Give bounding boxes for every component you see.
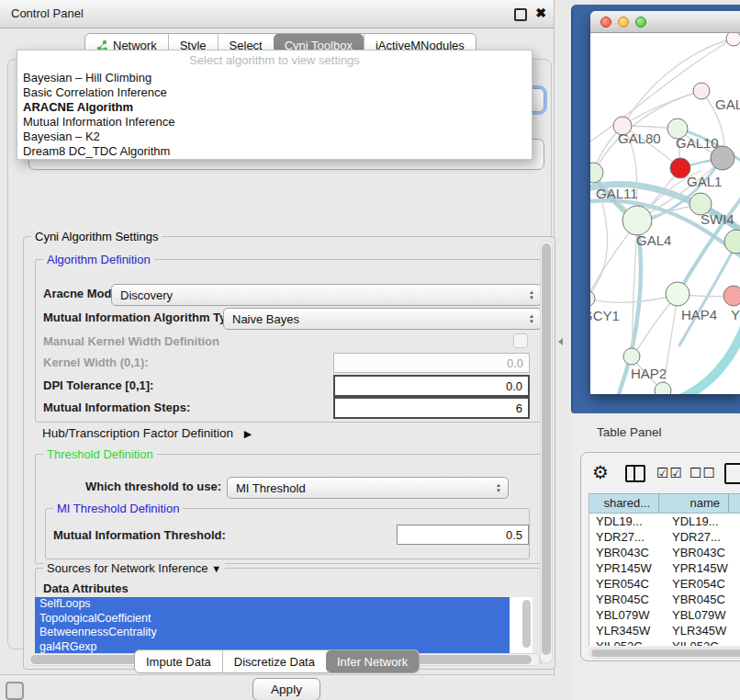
network-node-label: GCY1 [590,308,620,323]
algorithm-option-dream8-dc-tdc-algorithm[interactable]: Dream8 DC_TDC Algorithm [17,144,532,159]
table-cell[interactable]: YDL19... [666,514,740,529]
export-table-icon[interactable] [724,463,740,484]
attribute-item-topologicalcoefficient[interactable]: TopologicalCoefficient [35,612,510,627]
columns-icon[interactable] [625,465,645,482]
table-row[interactable]: YDR27...YDR27...12 [589,529,740,545]
unchecked-icon: ☐ [702,465,715,480]
table-row[interactable]: YIL052CYIL052C9. [589,638,740,646]
apply-button[interactable]: Apply [252,678,320,700]
gear-icon[interactable]: ⚙ [592,461,609,483]
column-header-partial[interactable]: A [729,494,740,513]
attribute-item-selfloops[interactable]: SelfLoops [35,597,510,612]
table-row[interactable]: YBR045CYBR045C9. [589,592,740,607]
network-node[interactable] [726,33,740,46]
aracne-mode-combo[interactable]: Discovery [111,284,542,306]
table-row[interactable]: YDL19...YDL19...13 [589,514,740,529]
network-node[interactable] [655,382,671,394]
network-node-label: Y [731,307,740,322]
table-cell[interactable]: YIL052C [666,638,740,646]
network-node[interactable] [723,286,740,306]
data-attributes-label: Data Attributes [43,581,129,595]
dpi-tolerance-field[interactable]: 0.0 [333,375,530,397]
algorithm-option-bayesian-k2[interactable]: Bayesian – K2 [17,130,532,144]
network-node[interactable] [622,206,652,235]
sources-legend-toggle[interactable]: Sources for Network Inference ▼ [43,561,225,575]
settings-vertical-scrollbar[interactable] [540,241,553,663]
table-cell[interactable]: YBR045C [589,592,666,607]
network-edge[interactable] [671,327,740,394]
mi-steps-label: Mutual Information Steps: [43,401,190,414]
column-header-shared-name[interactable]: shared... [589,494,659,513]
mi-steps-field[interactable]: 6 [333,397,530,419]
tab-discretize-data[interactable]: Discretize Data [222,650,326,672]
network-edge[interactable] [590,39,734,145]
table-row[interactable]: YPR145WYPR145W9. [589,560,740,576]
table-horizontal-scrollbar[interactable] [589,648,740,659]
table-row[interactable]: YER054CYER054C8. [589,576,740,592]
table-cell[interactable]: YBR043C [666,545,740,560]
table-cell[interactable]: YER054C [666,576,740,592]
network-node-label: GAL10 [676,135,719,151]
table-cell[interactable]: YDR27... [589,529,666,545]
network-node[interactable] [623,348,640,365]
network-node[interactable] [666,282,690,306]
close-icon[interactable]: ✖ [535,6,546,20]
table-cell[interactable]: YBL079W [666,607,740,623]
float-window-icon[interactable] [514,8,527,21]
network-canvas[interactable]: GALGAL80GAL10GAL1GAL11SWI4GAL4GCY1HAP4YH… [590,33,740,394]
column-header-name[interactable]: name [659,494,729,513]
minimize-traffic-light-icon[interactable] [618,17,629,28]
network-node[interactable] [724,230,740,254]
network-node[interactable] [590,290,595,307]
mi-algorithm-type-combo[interactable]: Naive Bayes [223,308,542,330]
algorithm-option-basic-correlation-inference[interactable]: Basic Correlation Inference [17,85,532,100]
network-view-frame: GALGAL80GAL10GAL1GAL11SWI4GAL4GCY1HAP4YH… [571,5,740,413]
attributes-list-scrollbar[interactable] [518,597,533,654]
network-node-label: GAL4 [636,232,671,248]
table-cell[interactable]: YBR043C [589,545,666,560]
algorithm-option-mutual-information-inference[interactable]: Mutual Information Inference [17,115,532,130]
combo-stepper-icon [496,482,501,493]
table-cell[interactable]: YLR345W [589,623,666,638]
table-cell[interactable]: YIL052C [589,638,666,646]
chevron-down-icon: ▼ [211,563,221,574]
algorithm-option-aracne-algorithm[interactable]: ARACNE Algorithm [17,100,532,115]
network-node[interactable] [590,163,603,183]
mi-threshold-label: Mutual Information Threshold: [53,528,226,542]
which-threshold-combo[interactable]: MI Threshold [227,477,509,499]
select-all-checkboxes-icon[interactable]: ☑☑ [656,465,683,481]
kernel-width-field[interactable]: 0.0 [333,353,530,373]
attributes-scrollbar-thumb[interactable] [522,600,531,648]
network-node[interactable] [693,83,710,99]
settings-vscroll-thumb[interactable] [542,243,551,655]
table-cell[interactable]: YBR045C [666,592,740,607]
table-cell[interactable]: YLR345W [666,623,740,638]
algorithm-option-bayesian-hill-climbing[interactable]: Bayesian – Hill Climbing [17,71,532,85]
table-cell[interactable]: YDR27... [666,529,740,545]
attribute-item-betweennesscentrality[interactable]: BetweennessCentrality [35,626,510,640]
table-cell[interactable]: YPR145W [666,560,740,576]
tab-infer-network[interactable]: Infer Network [326,650,419,672]
table-cell[interactable]: YER054C [589,576,666,592]
table-row[interactable]: YLR345WYLR345W9. [589,623,740,638]
table-cell[interactable]: YBL079W [589,607,666,623]
algorithm-dropdown-popup: Select algorithm to view settings Bayesi… [17,50,533,160]
network-window-titlebar[interactable] [590,11,740,33]
close-traffic-light-icon[interactable] [600,17,611,28]
network-node-label: GAL80 [618,130,661,146]
table-cell[interactable]: YPR145W [589,560,666,576]
table-hscroll-thumb[interactable] [591,649,740,657]
table-cell[interactable]: YDL19... [589,514,666,529]
algorithm-definition-group: Algorithm Definition Aracne Mode: Discov… [35,259,542,423]
panel-divider-grip[interactable] [558,338,563,345]
table-row[interactable]: YBL079WYBL079W [589,607,740,623]
zoom-traffic-light-icon[interactable] [635,17,646,28]
table-row[interactable]: YBR043CYBR043C [589,545,740,560]
minimized-panel-icon[interactable] [6,682,24,700]
tab-impute-data[interactable]: Impute Data [135,650,222,672]
mi-threshold-field[interactable]: 0.5 [397,525,529,545]
hub-definition-toggle[interactable]: Hub/Transcription Factor Definition ▶ [42,426,252,440]
clear-all-checkboxes-icon[interactable]: ☐☐ [690,465,716,481]
control-panel-bottom-border [0,674,555,675]
manual-kernel-width-checkbox[interactable] [513,333,528,348]
